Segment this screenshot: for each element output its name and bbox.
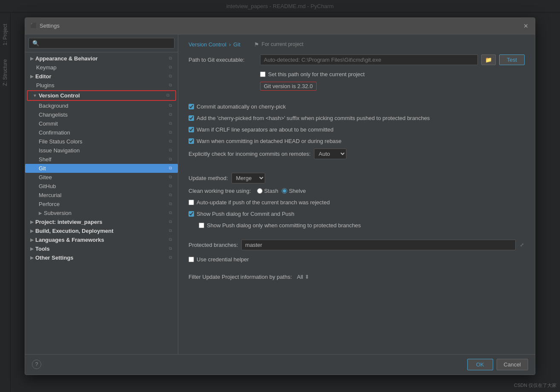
copy-button[interactable]: ⧉	[168, 219, 173, 225]
expand-icon[interactable]: ⤢	[519, 241, 525, 249]
sidebar-item-background[interactable]: Background ⧉	[25, 101, 178, 110]
detached-head-label: Warn when committing in detached HEAD or…	[197, 138, 342, 144]
settings-dialog: ⬛ Settings × ▶	[25, 17, 535, 375]
copy-button[interactable]: ⧉	[168, 112, 173, 117]
copy-button[interactable]: ⧉	[168, 73, 173, 79]
cherry-pick-row: Add the 'cherry-picked from <hash>' suff…	[189, 114, 525, 122]
show-push-protected-label: Show Push dialog only when committing to…	[207, 222, 361, 229]
copy-button[interactable]: ⧉	[168, 147, 173, 153]
copy-button[interactable]: ⧉	[166, 92, 170, 98]
copy-button[interactable]: ⧉	[168, 210, 173, 216]
sidebar-item-gitee[interactable]: Gitee ⧉	[25, 173, 178, 182]
copy-button[interactable]: ⧉	[168, 228, 173, 234]
folder-button[interactable]: 📁	[481, 54, 496, 65]
copy-button[interactable]: ⧉	[168, 129, 173, 135]
copy-button[interactable]: ⧉	[168, 174, 173, 180]
breadcrumb-separator: ›	[229, 41, 231, 48]
incoming-select[interactable]: Auto Always Never	[314, 149, 346, 159]
stash-radio[interactable]	[257, 188, 263, 194]
sidebar-item-other-settings[interactable]: ▶ Other Settings ⧉	[25, 253, 178, 262]
shelve-radio[interactable]	[282, 188, 287, 194]
commit-auto-checkbox[interactable]	[189, 104, 194, 109]
show-push-checkbox[interactable]	[189, 211, 194, 217]
sidebar-item-commit[interactable]: Commit ⧉	[25, 119, 178, 128]
copy-button[interactable]: ⧉	[168, 103, 173, 109]
set-path-checkbox[interactable]	[260, 72, 266, 77]
copy-button[interactable]: ⧉	[168, 82, 173, 88]
watermark: CSDN 仅仅在了大家	[514, 382, 557, 389]
protected-label: Protected branches:	[189, 242, 238, 248]
sidebar-item-plugins[interactable]: Plugins ⧉	[25, 81, 178, 90]
detached-head-checkbox[interactable]	[189, 138, 194, 144]
copy-button[interactable]: ⧉	[168, 246, 173, 252]
protected-input[interactable]	[241, 240, 516, 250]
sidebar-item-mercurial[interactable]: Mercurial ⧉	[25, 191, 178, 200]
sidebar-item-appearance[interactable]: ▶ Appearance & Behavior ⧉	[25, 54, 178, 63]
test-button[interactable]: Test	[499, 54, 525, 65]
sidebar-item-keymap[interactable]: Keymap ⧉	[25, 63, 178, 72]
set-path-row: Set this path only for the current proje…	[260, 70, 525, 78]
sidebar-item-project[interactable]: ▶ Project: intetview_papers ⧉	[25, 217, 178, 226]
crlf-label: Warn if CRLF line separators are about t…	[197, 126, 334, 133]
copy-button[interactable]: ⧉	[168, 138, 173, 144]
show-push-protected-checkbox[interactable]	[199, 223, 204, 228]
copy-button[interactable]: ⧉	[168, 201, 173, 207]
sidebar-item-file-status-colors[interactable]: File Status Colors ⧉	[25, 137, 178, 146]
copy-button[interactable]: ⧉	[168, 255, 173, 260]
crlf-row: Warn if CRLF line separators are about t…	[189, 126, 525, 134]
copy-button[interactable]: ⧉	[168, 64, 173, 70]
copy-button[interactable]: ⧉	[168, 165, 173, 171]
cherry-pick-checkbox[interactable]	[189, 115, 194, 121]
arrow-icon: ▶	[30, 220, 34, 224]
sidebar-item-subversion[interactable]: ▶ Subversion ⧉	[25, 209, 178, 217]
sidebar-item-tools[interactable]: ▶ Tools ⧉	[25, 244, 178, 253]
sidebar-item-perforce[interactable]: Perforce ⧉	[25, 200, 178, 209]
shelve-label: Shelve	[282, 188, 306, 194]
ok-button[interactable]: OK	[467, 359, 493, 370]
copy-button[interactable]: ⧉	[168, 192, 173, 198]
breadcrumb-part1: Version Control	[189, 41, 226, 48]
git-version-box: Git version is 2.32.0	[260, 82, 317, 91]
path-input[interactable]	[260, 54, 478, 65]
dialog-close-button[interactable]: ×	[522, 21, 530, 31]
update-method-row: Update method: Merge Rebase	[189, 173, 525, 183]
show-push-row: Show Push dialog for Commit and Push	[189, 210, 525, 218]
sidebar-item-shelf[interactable]: Shelf ⧉	[25, 155, 178, 164]
cancel-button[interactable]: Cancel	[497, 359, 528, 370]
sidebar-item-changelists[interactable]: Changelists ⧉	[25, 110, 178, 119]
credential-checkbox[interactable]	[189, 257, 194, 262]
credential-label: Use credential helper	[197, 256, 249, 263]
commit-auto-row: Commit automatically on cherry-pick	[189, 103, 525, 111]
breadcrumb-project-icon: ⚑	[254, 41, 259, 48]
copy-button[interactable]: ⧉	[168, 183, 173, 189]
sidebar-item-confirmation[interactable]: Confirmation ⧉	[25, 128, 178, 137]
filter-row: Filter Update Project information by pat…	[189, 274, 525, 280]
copy-button[interactable]: ⧉	[168, 237, 173, 243]
sidebar-item-languages[interactable]: ▶ Languages & Frameworks ⧉	[25, 235, 178, 244]
dialog-footer: ? OK Cancel	[25, 354, 535, 375]
copy-button[interactable]: ⧉	[168, 120, 173, 126]
clean-radio-group: Stash Shelve	[257, 188, 306, 194]
help-button[interactable]: ?	[32, 360, 41, 369]
copy-button[interactable]: ⧉	[168, 55, 173, 61]
filter-label: Filter Update Project information by pat…	[189, 274, 292, 280]
sidebar-item-github[interactable]: GitHub ⧉	[25, 182, 178, 191]
path-row: Path to Git executable: 📁 Test	[189, 54, 525, 65]
settings-content: Version Control › Git ⚑ For current proj…	[178, 34, 535, 354]
autoupdate-checkbox[interactable]	[189, 200, 194, 205]
sidebar-item-issue-navigation[interactable]: Issue Navigation ⧉	[25, 146, 178, 155]
sidebar-item-git[interactable]: Git ⧉	[25, 164, 178, 173]
sidebar-item-version-control[interactable]: ▼ Version Control ⧉	[27, 90, 176, 101]
cherry-pick-label: Add the 'cherry-picked from <hash>' suff…	[197, 115, 430, 121]
crlf-checkbox[interactable]	[189, 127, 194, 132]
sidebar-item-build[interactable]: ▶ Build, Execution, Deployment ⧉	[25, 226, 178, 235]
search-input[interactable]	[29, 38, 174, 49]
incoming-row: Explicitly check for incoming commits on…	[189, 149, 525, 159]
sidebar-item-editor[interactable]: ▶ Editor ⧉	[25, 72, 178, 81]
arrow-icon: ▶	[39, 211, 42, 215]
copy-button[interactable]: ⧉	[168, 156, 173, 162]
breadcrumb-part2: Git	[233, 41, 240, 48]
update-method-select[interactable]: Merge Rebase	[231, 173, 265, 183]
update-method-label: Update method:	[189, 175, 228, 181]
protected-branches-row: Protected branches: ⤢	[189, 240, 525, 250]
